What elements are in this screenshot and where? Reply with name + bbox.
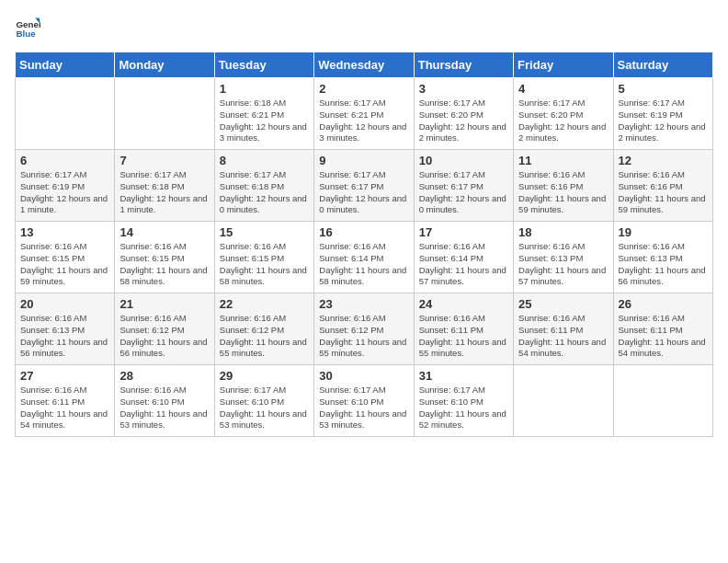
cell-info: Sunrise: 6:16 AM Sunset: 6:12 PM Dayligh… xyxy=(220,313,309,360)
cell-info: Sunrise: 6:16 AM Sunset: 6:14 PM Dayligh… xyxy=(419,241,508,288)
cell-info: Sunrise: 6:16 AM Sunset: 6:16 PM Dayligh… xyxy=(518,169,608,216)
calendar-cell: 28Sunrise: 6:16 AM Sunset: 6:10 PM Dayli… xyxy=(115,365,214,437)
header-tuesday: Tuesday xyxy=(214,52,313,78)
cell-info: Sunrise: 6:17 AM Sunset: 6:18 PM Dayligh… xyxy=(220,169,309,216)
calendar-cell: 18Sunrise: 6:16 AM Sunset: 6:13 PM Dayli… xyxy=(514,222,613,293)
calendar-cell xyxy=(613,365,712,437)
cell-info: Sunrise: 6:16 AM Sunset: 6:11 PM Dayligh… xyxy=(518,313,608,360)
calendar-cell: 11Sunrise: 6:16 AM Sunset: 6:16 PM Dayli… xyxy=(514,150,613,222)
cell-info: Sunrise: 6:16 AM Sunset: 6:15 PM Dayligh… xyxy=(20,241,109,288)
calendar-cell: 31Sunrise: 6:17 AM Sunset: 6:10 PM Dayli… xyxy=(414,365,513,437)
week-row-2: 13Sunrise: 6:16 AM Sunset: 6:15 PM Dayli… xyxy=(16,222,713,293)
calendar-cell: 21Sunrise: 6:16 AM Sunset: 6:12 PM Dayli… xyxy=(115,293,214,365)
cell-info: Sunrise: 6:16 AM Sunset: 6:15 PM Dayligh… xyxy=(119,241,209,288)
day-number: 29 xyxy=(220,369,309,383)
cell-info: Sunrise: 6:17 AM Sunset: 6:20 PM Dayligh… xyxy=(518,98,608,144)
calendar-cell: 10Sunrise: 6:17 AM Sunset: 6:17 PM Dayli… xyxy=(414,150,513,222)
day-number: 21 xyxy=(119,297,209,311)
day-number: 25 xyxy=(518,297,608,311)
calendar-cell xyxy=(16,78,115,150)
day-number: 16 xyxy=(319,225,408,239)
calendar-cell xyxy=(115,78,214,150)
week-row-4: 27Sunrise: 6:16 AM Sunset: 6:11 PM Dayli… xyxy=(16,365,713,437)
week-row-3: 20Sunrise: 6:16 AM Sunset: 6:13 PM Dayli… xyxy=(16,293,713,365)
cell-info: Sunrise: 6:16 AM Sunset: 6:11 PM Dayligh… xyxy=(619,313,708,360)
calendar-cell: 24Sunrise: 6:16 AM Sunset: 6:11 PM Dayli… xyxy=(414,293,513,365)
calendar-cell: 29Sunrise: 6:17 AM Sunset: 6:10 PM Dayli… xyxy=(214,365,313,437)
calendar-cell: 13Sunrise: 6:16 AM Sunset: 6:15 PM Dayli… xyxy=(16,222,115,293)
cell-info: Sunrise: 6:16 AM Sunset: 6:15 PM Dayligh… xyxy=(220,241,309,288)
cell-info: Sunrise: 6:16 AM Sunset: 6:14 PM Dayligh… xyxy=(319,241,408,288)
day-number: 12 xyxy=(619,154,708,167)
calendar-cell: 30Sunrise: 6:17 AM Sunset: 6:10 PM Dayli… xyxy=(314,365,414,437)
calendar-table: SundayMondayTuesdayWednesdayThursdayFrid… xyxy=(15,52,713,437)
cell-info: Sunrise: 6:16 AM Sunset: 6:11 PM Dayligh… xyxy=(20,385,109,431)
header-thursday: Thursday xyxy=(414,52,513,78)
cell-info: Sunrise: 6:17 AM Sunset: 6:17 PM Dayligh… xyxy=(319,169,408,216)
calendar-cell: 17Sunrise: 6:16 AM Sunset: 6:14 PM Dayli… xyxy=(414,222,513,293)
header-sunday: Sunday xyxy=(16,52,115,78)
week-row-1: 6Sunrise: 6:17 AM Sunset: 6:19 PM Daylig… xyxy=(16,150,713,222)
day-number: 24 xyxy=(419,297,508,311)
day-number: 14 xyxy=(119,225,209,239)
calendar-cell: 9Sunrise: 6:17 AM Sunset: 6:17 PM Daylig… xyxy=(314,150,414,222)
day-number: 31 xyxy=(419,369,508,383)
header-friday: Friday xyxy=(514,52,613,78)
cell-info: Sunrise: 6:16 AM Sunset: 6:12 PM Dayligh… xyxy=(119,313,209,360)
logo-icon: General Blue xyxy=(15,15,40,40)
calendar-cell: 2Sunrise: 6:17 AM Sunset: 6:21 PM Daylig… xyxy=(314,78,414,150)
calendar-cell: 3Sunrise: 6:17 AM Sunset: 6:20 PM Daylig… xyxy=(414,78,513,150)
day-number: 19 xyxy=(619,225,708,239)
day-number: 11 xyxy=(518,154,608,167)
day-number: 23 xyxy=(319,297,408,311)
cell-info: Sunrise: 6:17 AM Sunset: 6:10 PM Dayligh… xyxy=(419,385,508,431)
day-number: 30 xyxy=(319,369,408,383)
calendar-cell: 12Sunrise: 6:16 AM Sunset: 6:16 PM Dayli… xyxy=(613,150,712,222)
calendar-cell: 25Sunrise: 6:16 AM Sunset: 6:11 PM Dayli… xyxy=(514,293,613,365)
day-number: 8 xyxy=(220,154,309,167)
day-number: 22 xyxy=(220,297,309,311)
calendar-cell: 15Sunrise: 6:16 AM Sunset: 6:15 PM Dayli… xyxy=(214,222,313,293)
calendar-cell: 16Sunrise: 6:16 AM Sunset: 6:14 PM Dayli… xyxy=(314,222,414,293)
cell-info: Sunrise: 6:17 AM Sunset: 6:10 PM Dayligh… xyxy=(220,385,309,431)
cell-info: Sunrise: 6:16 AM Sunset: 6:13 PM Dayligh… xyxy=(20,313,109,360)
calendar-cell: 1Sunrise: 6:18 AM Sunset: 6:21 PM Daylig… xyxy=(214,78,313,150)
cell-info: Sunrise: 6:16 AM Sunset: 6:16 PM Dayligh… xyxy=(619,169,708,216)
day-number: 26 xyxy=(619,297,708,311)
cell-info: Sunrise: 6:16 AM Sunset: 6:10 PM Dayligh… xyxy=(119,385,209,431)
cell-info: Sunrise: 6:16 AM Sunset: 6:13 PM Dayligh… xyxy=(619,241,708,288)
day-number: 27 xyxy=(20,369,109,383)
day-number: 7 xyxy=(119,154,209,167)
cell-info: Sunrise: 6:16 AM Sunset: 6:13 PM Dayligh… xyxy=(518,241,608,288)
cell-info: Sunrise: 6:17 AM Sunset: 6:19 PM Dayligh… xyxy=(20,169,109,216)
header-monday: Monday xyxy=(115,52,214,78)
cell-info: Sunrise: 6:16 AM Sunset: 6:11 PM Dayligh… xyxy=(419,313,508,360)
day-number: 10 xyxy=(419,154,508,167)
calendar-cell: 7Sunrise: 6:17 AM Sunset: 6:18 PM Daylig… xyxy=(115,150,214,222)
day-number: 6 xyxy=(20,154,109,167)
calendar-cell: 23Sunrise: 6:16 AM Sunset: 6:12 PM Dayli… xyxy=(314,293,414,365)
header-wednesday: Wednesday xyxy=(314,52,414,78)
svg-text:Blue: Blue xyxy=(16,29,36,39)
cell-info: Sunrise: 6:17 AM Sunset: 6:19 PM Dayligh… xyxy=(619,98,708,144)
logo: General Blue xyxy=(15,15,42,40)
calendar-cell: 4Sunrise: 6:17 AM Sunset: 6:20 PM Daylig… xyxy=(514,78,613,150)
day-number: 20 xyxy=(20,297,109,311)
calendar-body: 1Sunrise: 6:18 AM Sunset: 6:21 PM Daylig… xyxy=(16,78,713,437)
day-number: 3 xyxy=(419,82,508,96)
day-number: 18 xyxy=(518,225,608,239)
header-saturday: Saturday xyxy=(613,52,712,78)
calendar-cell xyxy=(514,365,613,437)
page-header: General Blue xyxy=(15,15,713,40)
day-number: 5 xyxy=(619,82,708,96)
day-number: 4 xyxy=(518,82,608,96)
cell-info: Sunrise: 6:17 AM Sunset: 6:20 PM Dayligh… xyxy=(419,98,508,144)
calendar-cell: 26Sunrise: 6:16 AM Sunset: 6:11 PM Dayli… xyxy=(613,293,712,365)
cell-info: Sunrise: 6:18 AM Sunset: 6:21 PM Dayligh… xyxy=(220,98,309,144)
cell-info: Sunrise: 6:17 AM Sunset: 6:17 PM Dayligh… xyxy=(419,169,508,216)
day-number: 28 xyxy=(119,369,209,383)
calendar-cell: 22Sunrise: 6:16 AM Sunset: 6:12 PM Dayli… xyxy=(214,293,313,365)
week-row-0: 1Sunrise: 6:18 AM Sunset: 6:21 PM Daylig… xyxy=(16,78,713,150)
calendar-cell: 20Sunrise: 6:16 AM Sunset: 6:13 PM Dayli… xyxy=(16,293,115,365)
day-number: 1 xyxy=(220,82,309,96)
